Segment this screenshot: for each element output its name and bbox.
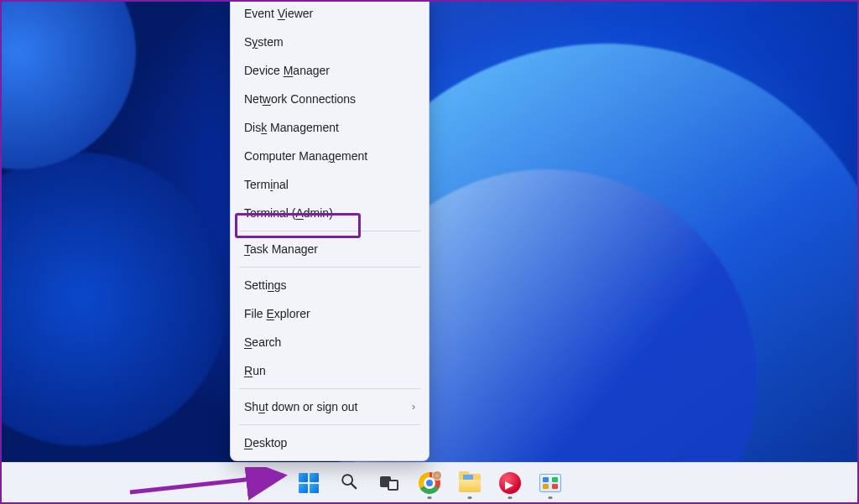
menu-separator [239, 388, 420, 389]
menu-item-label: Network Connections [244, 91, 356, 107]
menu-item-label: Desktop [244, 435, 287, 450]
desktop-wallpaper [2, 2, 857, 502]
menu-item-terminal-admin[interactable]: Terminal (Admin) [231, 199, 429, 227]
task-view-button[interactable] [372, 466, 406, 500]
menu-item-label: Run [244, 363, 266, 378]
chevron-right-icon: › [412, 399, 415, 414]
menu-item-settings[interactable]: Settings [231, 271, 429, 299]
menu-separator [239, 231, 420, 231]
taskbar-running-indicator [468, 496, 472, 499]
menu-item-label: Search [244, 335, 281, 350]
file-explorer-button[interactable] [453, 466, 487, 500]
start-icon [299, 473, 319, 493]
menu-item-task-manager[interactable]: Task Manager [231, 235, 429, 263]
menu-item-system[interactable]: System [231, 28, 429, 56]
menu-item-label: System [244, 34, 284, 49]
control-panel-button[interactable] [534, 466, 567, 500]
taskview-icon [380, 474, 398, 492]
taskbar-running-indicator [428, 496, 432, 499]
menu-item-terminal[interactable]: Terminal [231, 170, 429, 199]
red-app-button[interactable] [493, 466, 527, 500]
menu-item-label: Disk Management [244, 120, 339, 135]
menu-item-label: Terminal (Admin) [244, 205, 333, 221]
menu-item-disk-management[interactable]: Disk Management [231, 113, 429, 142]
menu-item-network-connections[interactable]: Network Connections [231, 85, 429, 113]
menu-item-file-explorer[interactable]: File Explorer [231, 299, 429, 328]
menu-item-label: Shut down or sign out [244, 399, 357, 414]
menu-item-device-manager[interactable]: Device Manager [231, 56, 429, 85]
ctrl-icon [539, 474, 561, 492]
menu-separator [239, 424, 420, 425]
menu-item-label: Event Viewer [244, 6, 313, 21]
redapp-icon [499, 472, 521, 494]
menu-item-label: Device Manager [244, 63, 330, 78]
taskbar [2, 462, 857, 502]
menu-item-search[interactable]: Search [231, 328, 429, 356]
menu-item-label: Computer Management [244, 148, 367, 164]
start-button[interactable] [292, 466, 325, 500]
winx-context-menu: Event ViewerSystemDevice ManagerNetwork … [230, 0, 430, 461]
search-icon [340, 472, 358, 494]
menu-item-event-viewer[interactable]: Event Viewer [231, 0, 429, 28]
menu-item-label: Terminal [244, 177, 289, 192]
taskbar-running-indicator [508, 496, 513, 499]
menu-item-run[interactable]: Run [231, 356, 429, 385]
explorer-icon [459, 474, 481, 492]
menu-item-shut-down-or-sign-out[interactable]: Shut down or sign out› [231, 392, 429, 421]
chrome-button[interactable] [413, 466, 446, 500]
taskbar-running-indicator [549, 496, 553, 499]
chrome-icon [419, 472, 440, 494]
menu-item-label: File Explorer [244, 306, 310, 321]
svg-line-2 [351, 483, 357, 488]
search-button[interactable] [332, 466, 366, 500]
menu-separator [239, 267, 420, 268]
menu-item-computer-management[interactable]: Computer Management [231, 142, 429, 170]
menu-item-label: Settings [244, 278, 287, 293]
menu-item-label: Task Manager [244, 242, 318, 257]
menu-item-desktop[interactable]: Desktop [231, 429, 429, 457]
